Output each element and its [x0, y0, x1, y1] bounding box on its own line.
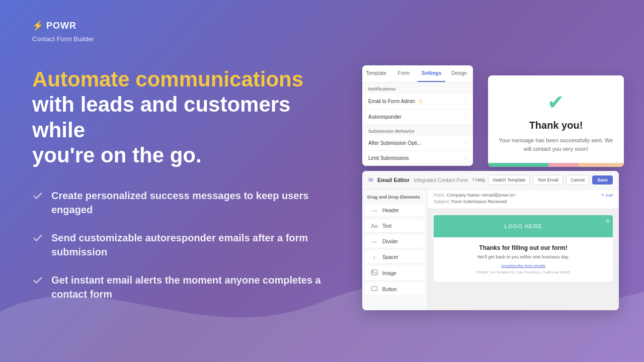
subject-value: Form Submission Received	[451, 199, 507, 204]
after-submission-label: After Submission Opti...	[368, 140, 421, 146]
element-image[interactable]: Image	[365, 266, 424, 281]
right-panel: Template Form Settings Design Notificati…	[362, 15, 624, 347]
brand-subtitle: Contact Form Builder	[32, 35, 324, 43]
headline: Automate communications with leads and c…	[32, 67, 324, 168]
email-editor-actions: ? Help Switch Template Test Email Cancel…	[472, 175, 613, 185]
notifications-label: Notifications	[362, 82, 473, 94]
feature-text-1: Create personalized success messages to …	[51, 189, 324, 217]
features-list: Create personalized success messages to …	[32, 189, 324, 301]
logo-here-text: LOGO HERE	[504, 223, 542, 229]
feature-text-3: Get instant email alerts the moment anyo…	[51, 273, 324, 301]
element-header[interactable]: — Header	[365, 204, 424, 217]
element-spacer[interactable]: ↕ Spacer	[365, 250, 424, 264]
after-submission-item[interactable]: After Submission Opti... ›	[362, 136, 473, 151]
check-icon-3	[32, 275, 43, 286]
element-divider[interactable]: — Divider	[365, 235, 424, 248]
autoresponder-label: Autoresponder	[368, 114, 401, 120]
tab-form[interactable]: Form	[390, 65, 418, 82]
bar-pink	[548, 163, 579, 167]
email-elements-sidebar: Drag and Drop Elements — Header Aa Text …	[362, 190, 428, 310]
tab-settings[interactable]: Settings	[418, 65, 445, 82]
limit-submissions-label: Limit Submissions	[368, 155, 409, 161]
divider-icon: —	[370, 238, 378, 244]
element-text[interactable]: Aa Text	[365, 219, 424, 233]
tab-design[interactable]: Design	[445, 65, 473, 82]
headline-white2: you're on the go.	[32, 143, 324, 168]
email-to-form-admin-item[interactable]: Email to Form Admin ⚠ ›	[362, 94, 473, 110]
email-subject-row: Subject: Form Submission Received	[434, 199, 613, 204]
brand-name: POWR	[46, 21, 76, 31]
email-settings-icon[interactable]: ⚙	[605, 218, 610, 224]
settings-item-left-1: Email to Form Admin ⚠	[368, 98, 423, 105]
brand-logo: ⚡ POWR	[32, 20, 324, 31]
spacer-label: Spacer	[382, 254, 398, 260]
chevron-right-3: ›	[465, 140, 467, 146]
headline-white1: with leads and customers while	[32, 92, 324, 143]
save-button[interactable]: Save	[592, 175, 613, 185]
email-admin-label: Email to Form Admin	[368, 99, 415, 104]
bar-teal	[488, 163, 548, 167]
email-editor-subtitle: Integrated Contact Form	[414, 177, 468, 183]
email-editor-header: ✉ Email Editor Integrated Contact Form ?…	[362, 171, 619, 190]
svg-rect-0	[371, 270, 377, 275]
from-value: Company Name <email@powr.io>	[447, 193, 516, 198]
email-editor-body: Drag and Drop Elements — Header Aa Text …	[362, 190, 619, 310]
button-label: Button	[382, 287, 397, 292]
settings-tabs: Template Form Settings Design	[362, 65, 473, 82]
image-label: Image	[382, 270, 396, 276]
thankyou-content: ✔ Thank you! Your message has been succe…	[488, 75, 624, 163]
thankyou-subtitle: Your message has been successfully sent.…	[498, 136, 614, 153]
check-icon-1	[32, 190, 43, 201]
email-from-row: From: Company Name <email@powr.io> ✎ Edi…	[434, 193, 613, 198]
unsubscribe-link[interactable]: Unsubscribe from emails	[442, 263, 605, 268]
from-label: From: Company Name <email@powr.io>	[434, 193, 516, 198]
feature-item-2: Send customizable autoresponder emails a…	[32, 231, 324, 259]
settings-panel: Template Form Settings Design Notificati…	[362, 65, 473, 166]
switch-template-button[interactable]: Switch Template	[488, 175, 530, 185]
header-icon: —	[370, 207, 378, 213]
text-icon: Aa	[370, 223, 378, 229]
headline-accent: Automate communications	[32, 67, 324, 92]
feature-text-2: Send customizable autoresponder emails a…	[51, 231, 324, 259]
chevron-right-1: ›	[465, 99, 467, 104]
brand-icon: ⚡	[32, 20, 43, 31]
check-big-icon: ✔	[498, 90, 614, 114]
autoresponder-item[interactable]: Autoresponder ›	[362, 110, 473, 125]
email-address: POWR | 44 Tehama St, San Francisco, Cali…	[442, 270, 605, 275]
chevron-right-2: ›	[465, 114, 467, 120]
thankyou-title: Thank you!	[498, 120, 614, 131]
chevron-right-4: ›	[465, 155, 467, 161]
submission-label: Submission Behavior	[362, 125, 473, 136]
email-body-text: We'll get back to you within one busines…	[442, 254, 605, 259]
check-icon-2	[32, 232, 43, 243]
email-logo-block: LOGO HERE ⚙	[434, 215, 613, 237]
edit-from-link[interactable]: ✎ Edit	[601, 193, 613, 198]
warning-icon: ⚠	[418, 98, 423, 105]
cancel-button[interactable]: Cancel	[566, 175, 589, 185]
email-main: From: Company Name <email@powr.io> ✎ Edi…	[428, 190, 619, 310]
elements-title: Drag and Drop Elements	[362, 195, 427, 204]
email-editor-title-group: ✉ Email Editor Integrated Contact Form	[368, 176, 468, 184]
header-label: Header	[382, 208, 399, 213]
email-body-block: Thanks for filling out our form! We'll g…	[434, 237, 613, 282]
element-button[interactable]: Button	[365, 283, 424, 296]
subject-meta-label: Subject:	[434, 199, 450, 204]
email-editor-icon: ✉	[368, 176, 373, 184]
test-email-button[interactable]: Test Email	[533, 175, 563, 185]
button-icon	[370, 286, 378, 292]
settings-item-left-4: Limit Submissions	[368, 155, 409, 161]
limit-submissions-item[interactable]: Limit Submissions ›	[362, 151, 473, 166]
email-meta: From: Company Name <email@powr.io> ✎ Edi…	[428, 190, 619, 209]
divider-label: Divider	[382, 239, 398, 244]
image-icon	[370, 269, 378, 277]
svg-rect-2	[371, 287, 377, 291]
thankyou-card: ✔ Thank you! Your message has been succe…	[488, 75, 624, 167]
text-label: Text	[382, 223, 391, 229]
tab-template[interactable]: Template	[362, 65, 390, 82]
bar-peach	[579, 163, 624, 167]
from-meta-label: From:	[434, 193, 446, 198]
help-button[interactable]: ? Help	[472, 177, 485, 183]
feature-item-1: Create personalized success messages to …	[32, 189, 324, 217]
email-editor-title: Email Editor	[377, 177, 410, 183]
settings-item-left-2: Autoresponder	[368, 114, 401, 120]
